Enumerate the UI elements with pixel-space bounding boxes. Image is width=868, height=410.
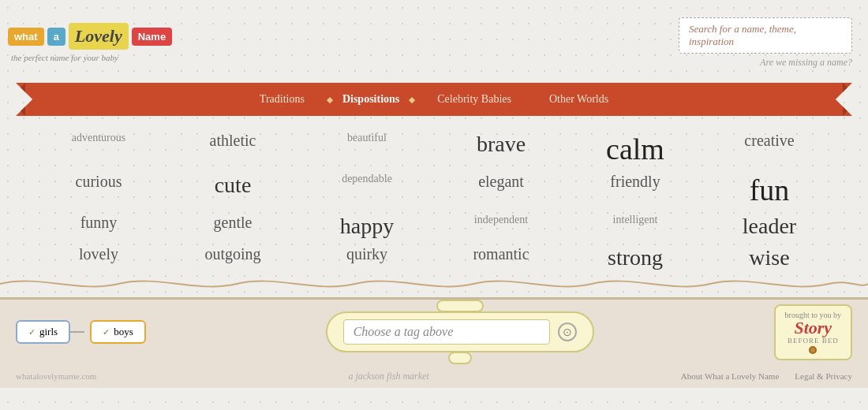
logo-name: Name	[132, 28, 172, 46]
word-athletic[interactable]: athletic	[166, 132, 300, 166]
word-romantic[interactable]: romantic	[434, 245, 568, 270]
header-right: Search for a name, theme, inspiration Ar…	[679, 17, 852, 69]
word-fun[interactable]: fun	[702, 173, 836, 207]
word-wise[interactable]: wise	[702, 245, 836, 270]
footer-link-legal[interactable]: Legal & Privacy	[795, 371, 852, 381]
word-independent[interactable]: independent	[434, 214, 568, 239]
word-dependable[interactable]: dependable	[300, 173, 434, 207]
word-adventurous[interactable]: adventurous	[32, 132, 166, 166]
pill-top-decoration	[436, 300, 484, 312]
search-pill-wrapper: Choose a tag above ⊙	[326, 311, 594, 352]
word-intelligent[interactable]: intelligent	[568, 214, 702, 239]
nav-section: Traditions Dispositions Celebrity Babies…	[0, 83, 868, 116]
logo-a: a	[47, 28, 65, 46]
story-badge: brought to you by Story BEFORE BED	[774, 304, 852, 360]
word-lovely[interactable]: lovely	[32, 245, 166, 270]
word-strong[interactable]: strong	[568, 245, 702, 270]
word-creative[interactable]: creative	[702, 132, 836, 166]
word-beautiful[interactable]: beautiful	[300, 132, 434, 166]
tab-celebrity[interactable]: Celebrity Babies	[434, 91, 514, 107]
search-circle-icon[interactable]: ⊙	[558, 322, 577, 341]
site-url: whatalovelymame.com	[16, 371, 96, 381]
pill-bottom-decoration	[448, 352, 472, 364]
bottom-area: ✓ girls ✓ boys Choose a tag above ⊙	[0, 274, 868, 364]
word-brave[interactable]: brave	[434, 132, 568, 166]
words-grid: adventurousathleticbeautifulbravecalmcre…	[32, 132, 836, 270]
girls-filter[interactable]: ✓ girls	[16, 320, 70, 344]
footer: whatalovelymame.com a jackson fish marke…	[0, 364, 868, 388]
story-logo-text: Story	[794, 319, 832, 337]
word-leader[interactable]: leader	[702, 214, 836, 239]
nav-ribbon: Traditions Dispositions Celebrity Babies…	[16, 83, 852, 116]
nav-tabs: Traditions Dispositions Celebrity Babies…	[256, 91, 612, 107]
word-funny[interactable]: funny	[32, 214, 166, 239]
bottom-bar: ✓ girls ✓ boys Choose a tag above ⊙	[0, 297, 868, 364]
search-pill: Choose a tag above ⊙	[326, 311, 594, 352]
boys-checkmark: ✓	[103, 327, 110, 337]
story-sub-text: BEFORE BED	[788, 337, 839, 345]
word-outgoing[interactable]: outgoing	[166, 245, 300, 270]
word-curious[interactable]: curious	[32, 173, 166, 207]
girls-label: girls	[39, 326, 58, 338]
tab-traditions[interactable]: Traditions	[256, 91, 308, 107]
word-calm[interactable]: calm	[568, 132, 702, 166]
word-happy[interactable]: happy	[300, 214, 434, 239]
header: what a Lovely Name the perfect name for …	[0, 0, 868, 83]
footer-links: About What a Lovely Name Legal & Privacy	[681, 371, 852, 381]
logo-subtitle: the perfect name for your baby	[11, 53, 118, 62]
tab-dispositions[interactable]: Dispositions	[339, 91, 402, 107]
logo-what: what	[8, 28, 44, 46]
header-search[interactable]: Search for a name, theme, inspiration	[679, 17, 852, 54]
words-section: adventurousathleticbeautifulbravecalmcre…	[0, 124, 868, 274]
word-quirky[interactable]: quirky	[300, 245, 434, 270]
tag-search-input[interactable]: Choose a tag above	[343, 319, 550, 345]
logo-area: what a Lovely Name the perfect name for …	[8, 23, 172, 62]
word-gentle[interactable]: gentle	[166, 214, 300, 239]
tab-other-worlds[interactable]: Other Worlds	[546, 91, 612, 107]
word-cute[interactable]: cute	[166, 173, 300, 207]
girls-filter-wrapper: ✓ girls	[16, 320, 70, 344]
boys-filter-wrapper: ✓ boys	[90, 320, 146, 344]
logo-tags: what a Lovely Name	[8, 23, 172, 50]
boys-label: boys	[114, 326, 133, 338]
gender-filters: ✓ girls ✓ boys	[16, 320, 146, 344]
girls-checkmark: ✓	[28, 327, 36, 337]
fish-market: a jackson fish market	[348, 371, 428, 382]
story-pin-icon	[809, 346, 817, 354]
footer-link-about[interactable]: About What a Lovely Name	[681, 371, 779, 381]
word-elegant[interactable]: elegant	[434, 173, 568, 207]
boys-filter[interactable]: ✓ boys	[90, 320, 146, 344]
missing-name-link[interactable]: Are we missing a name?	[760, 57, 852, 69]
connector-girls	[70, 331, 84, 333]
wave-divider	[0, 274, 868, 294]
logo-lovely: Lovely	[69, 23, 129, 50]
word-friendly[interactable]: friendly	[568, 173, 702, 207]
